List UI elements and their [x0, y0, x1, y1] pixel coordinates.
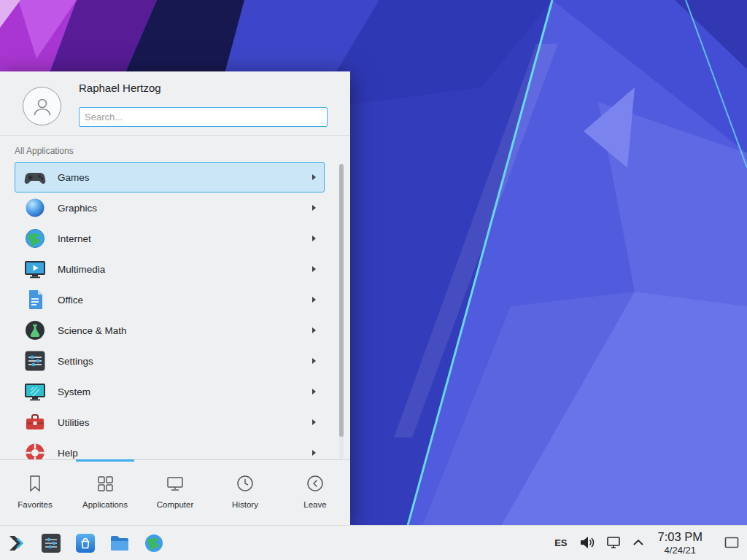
discover-icon[interactable]	[73, 531, 98, 556]
category-help[interactable]: Help	[15, 438, 325, 459]
category-label: Utilities	[58, 417, 90, 428]
category-graphics[interactable]: Graphics	[15, 192, 325, 223]
category-label: System	[58, 386, 90, 397]
category-multimedia[interactable]: Multimedia	[15, 254, 325, 284]
show-desktop-button[interactable]	[722, 530, 741, 555]
sphere-icon	[23, 196, 47, 219]
tab-label: Computer	[157, 500, 194, 509]
lifebuoy-icon	[23, 441, 47, 459]
launcher-tab-bar: Favorites Applications Computer History	[0, 459, 350, 525]
digital-clock[interactable]: 7:03 PM 4/24/21	[658, 530, 703, 556]
network-icon[interactable]	[605, 534, 622, 551]
category-science-math[interactable]: Science & Math	[15, 315, 325, 346]
tab-label: Favorites	[18, 500, 52, 509]
logout-icon	[305, 472, 325, 495]
volume-icon[interactable]	[578, 534, 595, 551]
desktop: Raphael Hertzog All Applications Games G…	[0, 0, 747, 560]
chevron-right-icon	[311, 357, 317, 365]
system-tray: ES 7:03 PM 4/24/21	[554, 530, 741, 556]
tab-label: Applications	[82, 500, 128, 509]
tab-leave[interactable]: Leave	[280, 460, 350, 525]
globe-icon	[23, 227, 47, 250]
tab-history[interactable]: History	[210, 460, 280, 525]
tab-applications[interactable]: Applications	[70, 460, 140, 525]
tweaks-icon[interactable]	[39, 531, 63, 556]
chevron-right-icon	[311, 449, 317, 456]
clock-date: 4/24/21	[658, 545, 703, 556]
flask-icon	[23, 319, 47, 342]
section-label: All Applications	[15, 146, 74, 156]
application-launcher-menu: Raphael Hertzog All Applications Games G…	[0, 71, 350, 525]
taskbar: ES 7:03 PM 4/24/21	[0, 525, 747, 560]
category-label: Multimedia	[58, 264, 105, 275]
grid-icon	[95, 472, 115, 495]
category-utilities[interactable]: Utilities	[15, 407, 325, 438]
chevron-right-icon	[311, 327, 317, 334]
tab-label: History	[232, 500, 258, 509]
category-label: Internet	[58, 233, 91, 244]
category-office[interactable]: Office	[15, 284, 325, 315]
category-internet[interactable]: Internet	[15, 223, 325, 254]
category-system[interactable]: System	[15, 376, 325, 407]
file-manager-icon[interactable]	[107, 531, 132, 556]
clock-time: 7:03 PM	[658, 530, 703, 544]
scrollbar-track[interactable]	[339, 164, 344, 459]
tab-favorites[interactable]: Favorites	[0, 460, 70, 525]
taskbar-left	[4, 531, 166, 556]
tab-computer[interactable]: Computer	[140, 460, 210, 525]
monitor-icon	[165, 472, 185, 495]
category-label: Help	[58, 448, 78, 459]
category-list: Games Graphics Internet	[15, 162, 325, 459]
category-games[interactable]: Games	[15, 162, 325, 192]
toolbox-icon	[23, 411, 47, 434]
sliders-icon	[23, 349, 47, 373]
chevron-right-icon	[311, 296, 317, 303]
keyboard-layout-indicator[interactable]: ES	[554, 537, 567, 548]
bookmark-icon	[25, 472, 45, 495]
chevron-right-icon	[311, 204, 317, 211]
media-screen-icon	[23, 257, 47, 281]
expand-tray-icon[interactable]	[632, 539, 644, 546]
scrollbar-thumb[interactable]	[339, 164, 344, 437]
launcher-header: Raphael Hertzog	[0, 71, 350, 136]
gamepad-icon	[23, 166, 47, 189]
clock-icon	[235, 472, 255, 495]
category-label: Games	[58, 172, 90, 183]
tab-label: Leave	[303, 500, 326, 509]
chevron-right-icon	[311, 388, 317, 395]
search-input[interactable]	[79, 107, 328, 127]
document-icon	[23, 288, 47, 311]
category-label: Settings	[58, 356, 93, 367]
chevron-right-icon	[311, 174, 317, 181]
chevron-right-icon	[311, 419, 317, 426]
user-icon	[31, 96, 53, 117]
user-name: Raphael Hertzog	[79, 82, 161, 94]
category-label: Science & Math	[58, 325, 127, 336]
category-settings[interactable]: Settings	[15, 346, 325, 376]
chevron-right-icon	[311, 235, 317, 242]
kde-launcher-icon[interactable]	[4, 531, 29, 556]
browser-icon[interactable]	[142, 531, 166, 556]
user-avatar[interactable]	[23, 87, 61, 125]
category-label: Office	[58, 295, 83, 306]
category-label: Graphics	[58, 203, 97, 214]
chevron-right-icon	[311, 265, 317, 273]
system-monitor-icon	[23, 380, 47, 403]
